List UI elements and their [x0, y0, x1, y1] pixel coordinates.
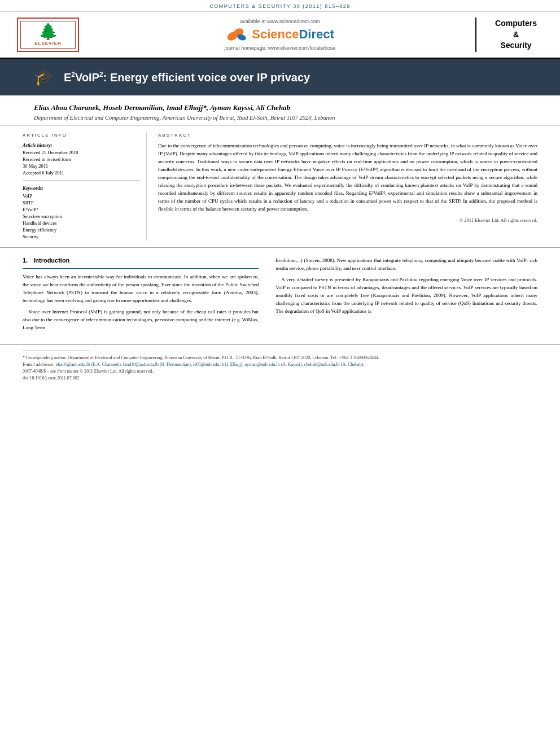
keyword-srtp: SRTP: [23, 200, 141, 206]
keyword-handheld: Handheld devices: [23, 220, 141, 226]
article-info-header: ARTICLE INFO: [23, 133, 141, 138]
article-title-section: 🎓 E2VoIP2: Energy efficient voice over I…: [0, 59, 560, 95]
sciencedirect-text: ScienceDirect: [252, 27, 334, 42]
divider: [23, 180, 141, 181]
emails-list: efia01@aub.edu.lb (E.A. Charanek), hmd10…: [56, 362, 365, 367]
received-2-date: 30 May 2011: [23, 163, 141, 169]
received-2: Received in revised form: [23, 156, 141, 162]
keyword-selective-enc: Selective encryption: [23, 213, 141, 219]
article-history-label: Article history:: [23, 142, 141, 148]
article-main-title: E2VoIP2: Energy efficient voice over IP …: [64, 71, 310, 84]
header-middle: available at www.sciencedirect.com Scien…: [85, 18, 475, 52]
abstract-text: Due to the convergence of telecommunicat…: [158, 142, 537, 213]
keyword-e2voip2: E²VoIP²: [23, 207, 141, 212]
journal-reference-bar: COMPUTERS & SECURITY 30 (2011) 815–829: [0, 0, 560, 12]
body-content: 1. Introduction Voice has always been an…: [0, 248, 560, 344]
issn-footnote: 0167-4048/$ – see front matter © 2011 El…: [23, 368, 537, 375]
emails-label: E-mail addresses:: [23, 362, 55, 367]
available-at-text: available at www.sciencedirect.com: [240, 19, 320, 24]
body-right-col: Evolution,...) (Steven, 2008). New appli…: [275, 257, 537, 335]
article-info-col: ARTICLE INFO Article history: Received 2…: [23, 133, 147, 241]
affiliation-line: Department of Electrical and Computer En…: [34, 115, 526, 121]
email-footnote: E-mail addresses: efia01@aub.edu.lb (E.A…: [23, 361, 537, 368]
keyword-voip: VoIP: [23, 193, 141, 199]
journal-homepage-text: journal homepage: www.elsevier.com/locat…: [225, 45, 336, 51]
elsevier-name: ELSEVIER: [24, 41, 72, 46]
abstract-header: ABSTRACT: [158, 133, 537, 138]
article-info-abstract: ARTICLE INFO Article history: Received 2…: [0, 126, 560, 248]
body-left-col: 1. Introduction Voice has always been an…: [23, 257, 264, 335]
elsevier-logo: 🌲 ELSEVIER: [11, 18, 85, 52]
elsevier-tree-icon: 🌲: [24, 24, 72, 40]
abstract-col: ABSTRACT Due to the convergence of telec…: [158, 133, 537, 241]
accepted-date: Accepted 6 July 2011: [23, 170, 141, 176]
corresponding-author-note: * Corresponding author. Department of El…: [23, 355, 537, 361]
article-icon: 🎓: [34, 68, 54, 86]
authors-line: Elias Abou Charanek, Hoseb Dermanilian, …: [34, 103, 526, 112]
keyword-energy: Energy efficiency: [23, 227, 141, 233]
journal-title: Computers & Security: [495, 18, 537, 51]
journal-reference-text: COMPUTERS & SECURITY 30 (2011) 815–829: [209, 3, 350, 9]
journal-header: 🌲 ELSEVIER available at www.sciencedirec…: [0, 12, 560, 59]
intro-paragraph-1: Voice has always been an incontestable w…: [23, 273, 259, 332]
journal-title-box: Computers & Security: [475, 18, 549, 52]
footnote-area: * Corresponding author. Department of El…: [0, 344, 560, 387]
sciencedirect-icon: [226, 26, 248, 43]
introduction-heading: 1. Introduction: [23, 257, 259, 269]
section-number: 1.: [23, 257, 28, 264]
authors-section: Elias Abou Charanek, Hoseb Dermanilian, …: [0, 95, 560, 126]
sciencedirect-logo: ScienceDirect: [226, 26, 334, 43]
received-1: Received 25 December 2010: [23, 150, 141, 155]
intro-right-paragraphs: Evolution,...) (Steven, 2008). New appli…: [275, 257, 537, 316]
copyright-line: © 2011 Elsevier Ltd. All rights reserved…: [158, 217, 537, 223]
keywords-label: Keywords:: [23, 185, 141, 191]
doi-footnote: doi:10.1016/j.cose.2011.07.002: [23, 375, 537, 382]
keyword-security: Security: [23, 234, 141, 239]
footnote-divider: [23, 351, 90, 351]
section-title: Introduction: [33, 257, 69, 264]
